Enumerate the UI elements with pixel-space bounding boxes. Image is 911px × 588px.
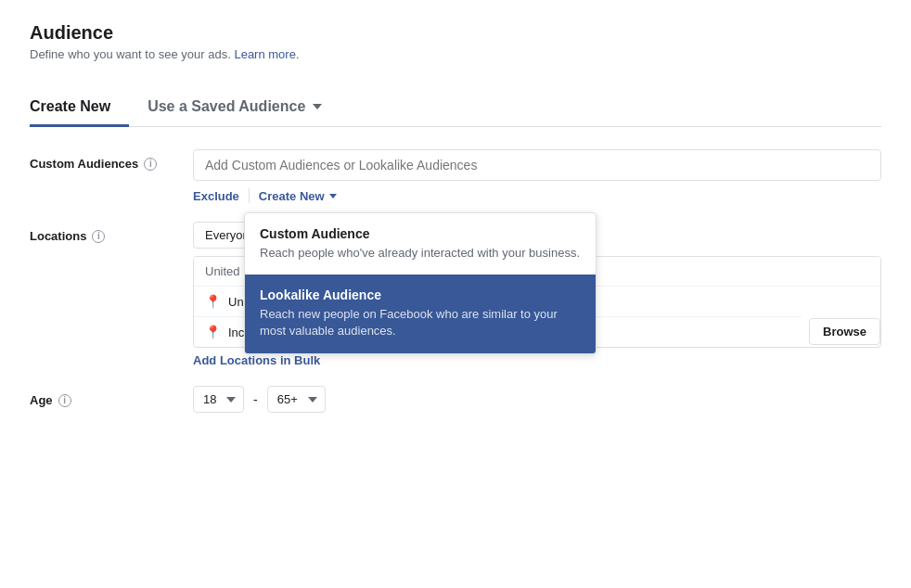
create-new-dropdown: Custom Audience Reach people who've alre…: [244, 212, 597, 354]
dropdown-item-custom-audience[interactable]: Custom Audience Reach people who've alre…: [245, 213, 596, 275]
age-dash: -: [253, 392, 258, 407]
age-control: 18 1314151617 1920212530 35404550556065 …: [193, 386, 326, 413]
age-label: Age i: [30, 386, 178, 407]
custom-audiences-info-icon[interactable]: i: [144, 158, 157, 171]
locations-info-icon[interactable]: i: [92, 230, 105, 243]
divider: [249, 188, 250, 203]
learn-more-link[interactable]: Learn more.: [234, 47, 299, 61]
exclude-create-row: Exclude Create New Custom Audience Reach…: [193, 188, 881, 203]
custom-audience-desc: Reach people who've already interacted w…: [260, 245, 581, 262]
page-title: Audience: [30, 22, 881, 44]
audience-tabs: Create New Use a Saved Audience: [30, 87, 881, 127]
lookalike-audience-desc: Reach new people on Facebook who are sim…: [260, 306, 581, 339]
custom-audience-title: Custom Audience: [260, 226, 581, 241]
add-locations-link[interactable]: Add Locations in Bulk: [193, 353, 320, 367]
page-subtitle: Define who you want to see your ads. Lea…: [30, 47, 881, 61]
location-pin-icon-2: 📍: [205, 325, 221, 339]
lookalike-audience-title: Lookalike Audience: [260, 288, 581, 302]
chevron-down-icon: [313, 104, 322, 109]
age-min-select[interactable]: 18 1314151617 1920212530 35404550556065: [193, 386, 244, 413]
dropdown-item-lookalike-audience[interactable]: Lookalike Audience Reach new people on F…: [245, 275, 596, 352]
browse-button[interactable]: Browse: [809, 318, 880, 345]
audience-form: Custom Audiences i Exclude Create New: [30, 149, 881, 413]
custom-audiences-control: Exclude Create New Custom Audience Reach…: [193, 149, 881, 203]
location-pin-icon-1: 📍: [205, 294, 221, 309]
custom-audiences-label: Custom Audiences i: [30, 149, 178, 171]
exclude-link[interactable]: Exclude: [193, 189, 239, 203]
create-new-button[interactable]: Create New: [259, 189, 337, 203]
tab-saved-audience[interactable]: Use a Saved Audience: [129, 87, 340, 127]
audience-section-header: Audience Define who you want to see your…: [30, 22, 881, 61]
age-info-icon[interactable]: i: [58, 394, 71, 407]
custom-audiences-input[interactable]: [193, 149, 881, 181]
custom-audiences-row: Custom Audiences i Exclude Create New: [30, 149, 881, 203]
age-row: Age i 18 1314151617 1920212530 354045505…: [30, 386, 881, 413]
locations-label: Locations i: [30, 222, 178, 243]
age-max-select[interactable]: 65+ 1819202530 35404550556065: [267, 386, 326, 413]
tab-create-new[interactable]: Create New: [30, 87, 129, 127]
chevron-small-icon: [329, 194, 337, 198]
